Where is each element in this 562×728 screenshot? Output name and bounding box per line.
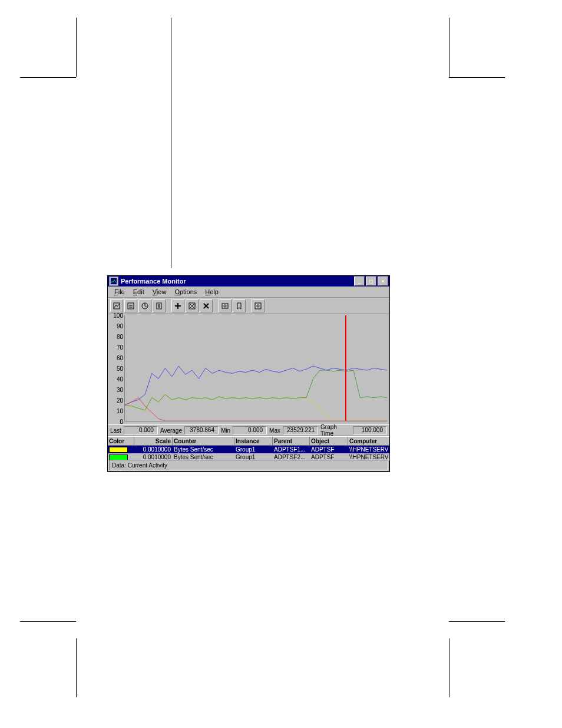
y-tick-label: 50: [117, 365, 123, 372]
header-scale[interactable]: Scale: [134, 437, 173, 445]
title-bar[interactable]: Performance Monitor _ □ ×: [108, 276, 389, 286]
y-tick-label: 30: [117, 387, 123, 393]
crop-mark: [20, 77, 76, 78]
options-button[interactable]: [252, 299, 265, 312]
stat-max-label: Max: [269, 427, 280, 434]
menu-view[interactable]: View: [150, 288, 170, 296]
stat-average-label: Average: [160, 427, 182, 434]
window-title: Performance Monitor: [121, 278, 354, 285]
cell: \\HPNETSERVER: [348, 446, 389, 453]
menu-help[interactable]: Help: [202, 288, 222, 296]
stat-max-value: 23529.221: [283, 426, 318, 434]
crop-mark: [449, 638, 449, 697]
stat-last-value: 0.000: [124, 426, 158, 434]
time-cursor-line: [345, 315, 346, 421]
modify-counter-button[interactable]: [186, 299, 199, 312]
y-tick-label: 0: [120, 419, 123, 425]
svg-rect-6: [222, 304, 228, 308]
crop-mark: [76, 638, 77, 697]
stat-min-label: Min: [221, 427, 230, 434]
tool-bar: [108, 298, 389, 314]
header-instance[interactable]: Instance: [234, 437, 273, 445]
menu-edit[interactable]: Edit: [130, 288, 147, 296]
menu-bar: File Edit View Options Help: [108, 286, 389, 298]
header-counter[interactable]: Counter: [173, 437, 234, 445]
cell: Bytes Sent/sec: [173, 446, 234, 453]
crop-mark: [20, 621, 76, 622]
chart-area: 0102030405060708090100: [108, 314, 389, 424]
cell: ADPTSF1...: [273, 446, 310, 453]
view-report-button[interactable]: [153, 299, 166, 312]
status-bar: Data: Current Activity: [109, 460, 388, 470]
performance-monitor-window: Performance Monitor _ □ × File Edit View…: [107, 275, 390, 472]
stat-graphtime-value: 100.000: [353, 426, 387, 434]
header-computer[interactable]: Computer: [348, 437, 389, 445]
y-tick-label: 20: [117, 397, 123, 404]
update-now-button[interactable]: [219, 299, 232, 312]
svg-rect-2: [128, 303, 134, 309]
header-object[interactable]: Object: [310, 437, 348, 445]
legend-swatch-icon: [109, 447, 128, 453]
table-row[interactable]: 0.0010000Bytes Sent/secGroup1ADPTSF1...A…: [108, 446, 389, 453]
crop-mark: [449, 621, 505, 622]
chart-series-line: [125, 398, 387, 421]
crop-mark: [449, 18, 449, 77]
maximize-button[interactable]: □: [366, 276, 376, 286]
cell: ADPTSF: [310, 446, 348, 453]
minimize-button[interactable]: _: [354, 276, 365, 286]
crop-mark: [171, 18, 171, 268]
counter-table-body: 0.0010000Bytes Sent/secGroup1ADPTSF1...A…: [108, 446, 389, 461]
chart-series-line: [125, 394, 387, 421]
cell: 0.0010000: [134, 446, 173, 453]
svg-rect-8: [255, 303, 261, 309]
y-tick-label: 80: [117, 334, 123, 340]
svg-point-7: [224, 305, 226, 307]
stat-min-value: 0.000: [233, 426, 267, 434]
chart-plot[interactable]: [124, 315, 387, 421]
crop-mark: [449, 77, 505, 78]
close-button[interactable]: ×: [378, 276, 388, 286]
legend-swatch-icon: [109, 454, 128, 460]
header-parent[interactable]: Parent: [273, 437, 310, 445]
y-tick-label: 100: [113, 312, 123, 319]
app-icon: [109, 276, 118, 286]
chart-series-line: [125, 370, 387, 410]
stat-graphtime-label: Graph Time: [320, 424, 351, 437]
status-text: Data: Current Activity: [112, 462, 167, 469]
header-color[interactable]: Color: [108, 437, 134, 445]
svg-point-9: [257, 305, 259, 307]
y-tick-label: 40: [117, 376, 123, 383]
y-tick-label: 60: [117, 355, 123, 361]
y-axis-labels: 0102030405060708090100: [110, 315, 124, 421]
view-chart-button[interactable]: [110, 299, 123, 312]
delete-counter-button[interactable]: [200, 299, 213, 312]
stats-strip: Last 0.000 Average 3780.864 Min 0.000 Ma…: [108, 424, 389, 436]
counter-table-header: Color Scale Counter Instance Parent Obje…: [108, 436, 389, 446]
stat-average-value: 3780.864: [184, 426, 219, 434]
y-tick-label: 10: [117, 408, 123, 414]
chart-series-line: [125, 366, 387, 405]
cell: Group1: [234, 446, 273, 453]
view-log-button[interactable]: [138, 299, 151, 312]
crop-mark: [76, 18, 77, 77]
menu-file[interactable]: File: [111, 288, 128, 296]
add-counter-button[interactable]: [171, 299, 184, 312]
y-tick-label: 90: [117, 323, 123, 330]
stat-last-label: Last: [110, 427, 121, 434]
bookmark-button[interactable]: [233, 299, 246, 312]
view-alert-button[interactable]: [124, 299, 137, 312]
y-tick-label: 70: [117, 344, 123, 351]
menu-options[interactable]: Options: [171, 288, 200, 296]
